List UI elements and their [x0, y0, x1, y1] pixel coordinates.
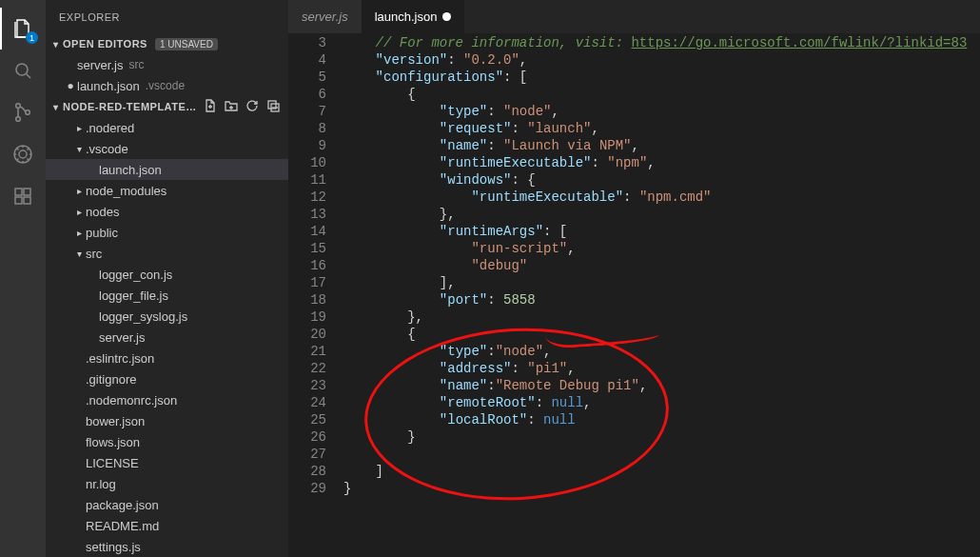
extensions-icon[interactable] — [0, 175, 46, 217]
file-tree: ▸.nodered▾.vscodelaunch.json▸node_module… — [46, 117, 288, 557]
folder-item[interactable]: ▾src — [46, 243, 288, 264]
tree-label: .vscode — [86, 142, 128, 156]
file-item[interactable]: logger_syslog.js — [46, 306, 288, 327]
tree-label: logger_con.js — [99, 268, 172, 282]
tree-label: LICENSE — [86, 456, 139, 470]
code-content[interactable]: // For more information, visit: https://… — [343, 33, 980, 557]
folder-item[interactable]: ▸nodes — [46, 201, 288, 222]
editor-tab[interactable]: launch.json — [362, 0, 465, 33]
tab-bar: server.jslaunch.json — [288, 0, 980, 33]
folder-item[interactable]: ▸public — [46, 222, 288, 243]
svg-point-2 — [16, 117, 21, 122]
file-item[interactable]: nr.log — [46, 473, 288, 494]
modified-dot-icon[interactable]: ● — [64, 79, 77, 92]
folder-item[interactable]: ▸.nodered — [46, 117, 288, 138]
svg-point-3 — [26, 110, 30, 115]
tree-label: logger_syslog.js — [99, 309, 187, 324]
explorer-icon[interactable]: 1 — [0, 8, 46, 50]
file-item[interactable]: bower.json — [46, 410, 288, 431]
file-item[interactable]: LICENSE — [46, 452, 288, 473]
collapse-all-icon[interactable] — [265, 98, 281, 115]
file-name: server.js — [77, 58, 123, 72]
chevron-right-icon: ▸ — [72, 123, 86, 133]
file-name: launch.json — [77, 79, 140, 93]
tree-label: launch.json — [99, 163, 162, 177]
sidebar-title: EXPLORER — [46, 0, 288, 33]
unsaved-badge: 1 UNSAVED — [155, 38, 218, 50]
svg-rect-8 — [24, 189, 30, 195]
tree-label: package.json — [86, 498, 159, 512]
tree-label: .nodered — [86, 121, 134, 135]
tree-label: public — [86, 226, 118, 240]
file-item[interactable]: package.json — [46, 494, 288, 515]
svg-rect-5 — [15, 189, 22, 195]
chevron-down-icon: ▾ — [72, 144, 86, 154]
modified-dot-icon — [442, 12, 451, 21]
tree-label: src — [86, 247, 102, 261]
file-item[interactable]: flows.json — [46, 431, 288, 452]
open-editor-item[interactable]: ●launch.json.vscode — [46, 75, 288, 96]
tab-label: server.js — [302, 10, 348, 24]
tree-label: .eslintrc.json — [86, 351, 154, 366]
tree-label: nr.log — [86, 477, 116, 491]
svg-rect-7 — [24, 197, 30, 204]
file-hint: .vscode — [146, 79, 185, 92]
code-editor[interactable]: 3456789101112131415161718192021222324252… — [288, 33, 980, 557]
file-item[interactable]: launch.json — [46, 159, 288, 180]
open-editors-list: server.jssrc●launch.json.vscode — [46, 54, 288, 96]
tree-label: server.js — [99, 330, 145, 345]
file-item[interactable]: .eslintrc.json — [46, 348, 288, 368]
tree-label: flows.json — [86, 435, 140, 449]
file-item[interactable]: README.md — [46, 515, 288, 536]
tree-label: settings.js — [86, 540, 141, 554]
open-editors-header[interactable]: ▾ OPEN EDITORS 1 UNSAVED — [46, 33, 288, 54]
explorer-sidebar: EXPLORER ▾ OPEN EDITORS 1 UNSAVED server… — [46, 0, 288, 557]
tab-label: launch.json — [375, 10, 438, 24]
folder-item[interactable]: ▸node_modules — [46, 180, 288, 201]
file-item[interactable]: settings.js — [46, 536, 288, 557]
file-item[interactable]: .nodemonrc.json — [46, 389, 288, 410]
open-editor-item[interactable]: server.jssrc — [46, 54, 288, 75]
svg-point-1 — [16, 104, 21, 109]
svg-point-4 — [14, 146, 31, 163]
chevron-down-icon: ▾ — [49, 39, 63, 50]
file-item[interactable]: .gitignore — [46, 368, 288, 389]
activity-bar: 1 — [0, 0, 46, 557]
debug-icon[interactable] — [0, 133, 46, 175]
new-file-icon[interactable] — [203, 98, 218, 115]
tree-label: node_modules — [86, 184, 167, 198]
refresh-icon[interactable] — [245, 98, 260, 115]
tree-label: logger_file.js — [99, 288, 168, 303]
open-editors-label: OPEN EDITORS — [63, 38, 147, 50]
project-header[interactable]: ▾ NODE-RED-TEMPLATE… — [46, 96, 288, 117]
chevron-right-icon: ▸ — [72, 207, 86, 217]
project-actions — [203, 98, 281, 115]
svg-rect-6 — [15, 197, 22, 204]
svg-point-0 — [16, 64, 28, 75]
editor-group: server.jslaunch.json 3456789101112131415… — [288, 0, 980, 557]
explorer-badge: 1 — [26, 31, 38, 44]
tree-label: README.md — [86, 519, 159, 533]
chevron-right-icon: ▸ — [72, 228, 86, 238]
file-item[interactable]: logger_con.js — [46, 264, 288, 285]
tree-label: .gitignore — [86, 372, 136, 387]
editor-tab[interactable]: server.js — [288, 0, 362, 33]
source-control-icon[interactable] — [0, 91, 46, 133]
search-icon[interactable] — [0, 50, 46, 91]
chevron-down-icon: ▾ — [72, 249, 86, 259]
tree-label: .nodemonrc.json — [86, 393, 177, 408]
chevron-down-icon: ▾ — [49, 102, 63, 112]
chevron-right-icon: ▸ — [72, 186, 86, 196]
new-folder-icon[interactable] — [224, 98, 239, 115]
file-item[interactable]: logger_file.js — [46, 285, 288, 306]
file-hint: src — [128, 58, 144, 71]
project-name: NODE-RED-TEMPLATE… — [63, 101, 203, 112]
line-gutter: 3456789101112131415161718192021222324252… — [288, 33, 343, 557]
file-item[interactable]: server.js — [46, 327, 288, 348]
tree-label: nodes — [86, 205, 119, 219]
tree-label: bower.json — [86, 414, 145, 428]
folder-item[interactable]: ▾.vscode — [46, 138, 288, 159]
